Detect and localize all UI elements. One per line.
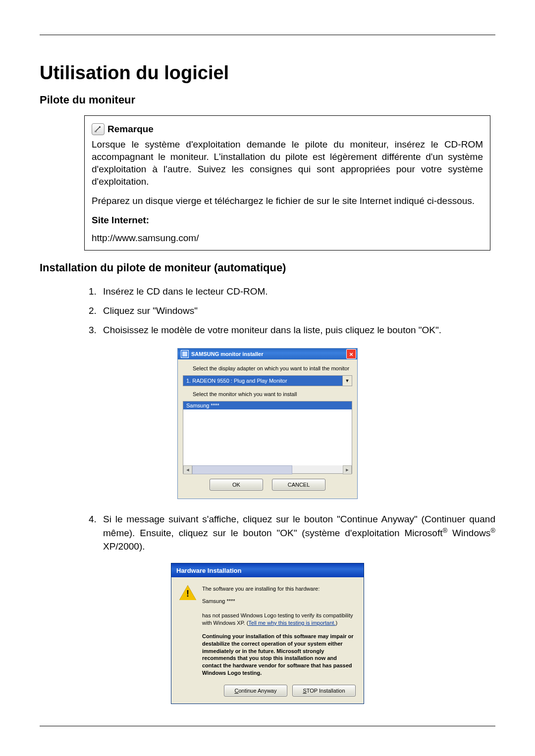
- bottom-rule: [40, 726, 495, 726]
- hw-logo-test-text: has not passed Windows Logo testing to v…: [202, 612, 356, 627]
- listbox-selected-item[interactable]: Samsung ****: [183, 402, 352, 409]
- scroll-right-icon[interactable]: ►: [343, 465, 352, 474]
- chevron-down-icon[interactable]: ▼: [342, 376, 352, 386]
- monitor-select-label: Select the monitor which you want to ins…: [193, 391, 352, 397]
- stop-installation-button[interactable]: STOP Installation: [292, 685, 356, 697]
- dialog-body: Select the display adapter on which you …: [178, 359, 357, 494]
- close-icon[interactable]: ×: [346, 349, 356, 359]
- svg-rect-0: [95, 131, 97, 132]
- dialog-frame-2: Hardware Installation ! The software you…: [171, 563, 364, 704]
- section-heading-pilote: Pilote du moniteur: [40, 94, 495, 106]
- hw-intro-line: The software you are installing for this…: [202, 585, 356, 593]
- samsung-installer-dialog: SAMSUNG monitor installer × Select the d…: [177, 348, 358, 499]
- hardware-installation-dialog: Hardware Installation ! The software you…: [171, 563, 364, 704]
- top-rule: [40, 35, 495, 35]
- hw-device-name: Samsung ****: [202, 598, 356, 605]
- note-title: Remarque: [107, 123, 154, 135]
- dialog2-button-row: Continue Anyway STOP Installation: [171, 680, 364, 704]
- scroll-left-icon[interactable]: ◄: [183, 465, 192, 474]
- site-url[interactable]: http://www.samsung.com/: [92, 232, 483, 244]
- dialog-title-text: SAMSUNG monitor installer: [191, 351, 263, 357]
- note-paragraph-2: Préparez un disque vierge et téléchargez…: [92, 195, 483, 207]
- install-steps-list: Insérez le CD dans le lecteur CD-ROM. Cl…: [99, 283, 495, 339]
- note-box: Remarque Lorsque le système d'exploitati…: [84, 115, 490, 251]
- adapter-select-label: Select the display adapter on which you …: [193, 365, 352, 371]
- dialog2-title-text: Hardware Installation: [176, 567, 241, 574]
- note-header: Remarque: [92, 123, 483, 135]
- site-internet-label: Site Internet:: [92, 214, 483, 226]
- step-2: Cliquez sur "Windows": [99, 302, 495, 319]
- dialog2-body: ! The software you are installing for th…: [171, 577, 364, 679]
- app-icon: [181, 350, 189, 358]
- dialog2-titlebar[interactable]: Hardware Installation: [171, 563, 364, 577]
- adapter-combobox[interactable]: 1. RADEON 9550 : Plug and Play Monitor ▼: [183, 375, 352, 386]
- dialog-frame: SAMSUNG monitor installer × Select the d…: [177, 348, 358, 499]
- horizontal-scrollbar[interactable]: ◄ ►: [183, 465, 352, 473]
- note-paragraph-1: Lorsque le système d'exploitation demand…: [92, 138, 483, 188]
- install-steps-list-cont: Si le message suivant s'affiche, cliquez…: [99, 513, 495, 553]
- step-1: Insérez le CD dans le lecteur CD-ROM.: [99, 283, 495, 300]
- monitor-listbox[interactable]: Samsung **** ◄ ►: [183, 401, 352, 474]
- warning-icon: !: [179, 585, 196, 600]
- continue-anyway-button[interactable]: Continue Anyway: [224, 685, 287, 697]
- ok-button[interactable]: OK: [210, 479, 263, 491]
- scrollbar-thumb[interactable]: [192, 465, 292, 474]
- document-page: Utilisation du logiciel Pilote du monite…: [0, 0, 535, 756]
- note-icon: [92, 123, 105, 135]
- hw-warning-paragraph: Continuing your installation of this sof…: [202, 633, 356, 677]
- dialog-titlebar[interactable]: SAMSUNG monitor installer ×: [178, 349, 357, 359]
- cancel-button[interactable]: CANCEL: [272, 479, 325, 491]
- step-3: Choisissez le modèle de votre moniteur d…: [99, 322, 495, 338]
- step-4: Si le message suivant s'affiche, cliquez…: [99, 513, 495, 553]
- dialog-button-row: OK CANCEL: [183, 479, 352, 491]
- page-title: Utilisation du logiciel: [40, 62, 495, 84]
- logo-test-link[interactable]: Tell me why this testing is important.: [248, 620, 335, 626]
- section-heading-install-auto: Installation du pilote de moniteur (auto…: [40, 261, 495, 274]
- dialog2-text: The software you are installing for this…: [202, 585, 356, 676]
- adapter-combo-value: 1. RADEON 9550 : Plug and Play Monitor: [183, 377, 342, 385]
